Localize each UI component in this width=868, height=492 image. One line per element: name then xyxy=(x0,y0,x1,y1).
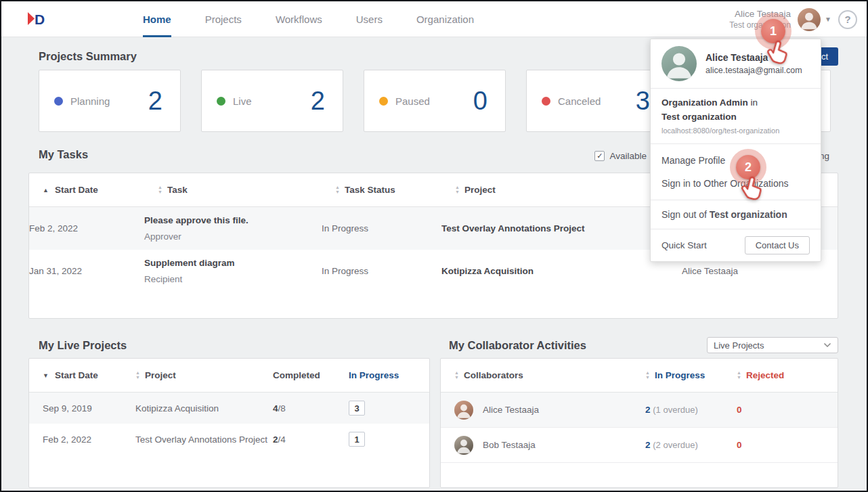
column-completed[interactable]: Completed xyxy=(273,370,349,380)
logo-icon: D xyxy=(26,9,47,28)
projects-filter-select[interactable]: Live Projects xyxy=(707,337,838,353)
nav-organization[interactable]: Organization xyxy=(416,1,474,37)
cell-rejected: 0 xyxy=(737,405,824,415)
summary-card-value: 2 xyxy=(311,87,325,116)
task-title: Please approve this file. xyxy=(144,215,322,225)
in-progress-count-box[interactable]: 1 xyxy=(349,432,365,447)
sort-ascending-icon: ▲ xyxy=(43,187,49,194)
column-label: Rejected xyxy=(746,370,784,380)
collaborator-activities-table: ▲▼ Collaborators ▲▼ In Progress ▲▼ Rejec… xyxy=(440,358,838,488)
column-task-status[interactable]: ▲▼ Task Status xyxy=(335,185,455,195)
svg-text:D: D xyxy=(35,12,45,27)
available-checkbox[interactable]: ✓ xyxy=(594,151,605,161)
planning-status-dot xyxy=(54,97,63,106)
menu-org-url: localhost:8080/org/test-organization xyxy=(661,127,810,135)
bottom-panels: My Live Projects ▼ Start Date ▲▼ Project… xyxy=(28,335,838,488)
contact-us-button[interactable]: Contact Us xyxy=(745,236,810,254)
collaborator-name: Alice Testaaja xyxy=(483,405,539,415)
column-in-progress[interactable]: In Progress xyxy=(349,370,416,380)
canceled-status-dot xyxy=(542,97,550,106)
avatar xyxy=(454,401,473,420)
table-row[interactable]: Alice Testaaja 2 (1 overdue) 0 xyxy=(441,393,838,428)
column-project[interactable]: ▲▼ Project xyxy=(135,370,273,380)
column-label: Task Status xyxy=(345,185,395,195)
sort-icon: ▲▼ xyxy=(158,185,162,194)
filter-available: ✓ Available xyxy=(594,151,647,161)
collaborators-table-header: ▲▼ Collaborators ▲▼ In Progress ▲▼ Rejec… xyxy=(441,359,838,393)
paused-status-dot xyxy=(379,97,388,106)
nav-projects[interactable]: Projects xyxy=(205,1,242,37)
column-in-progress[interactable]: ▲▼ In Progress xyxy=(645,370,737,380)
user-avatar[interactable] xyxy=(798,8,821,31)
projects-summary-title: Projects Summary xyxy=(39,50,137,63)
summary-card-label: Live xyxy=(233,95,252,107)
summary-card-value: 2 xyxy=(148,87,162,116)
person-icon xyxy=(454,401,473,420)
cell-completed: 4/8 xyxy=(273,403,349,413)
column-label: Project xyxy=(464,185,496,195)
sign-out-prefix: Sign out of xyxy=(661,209,710,220)
my-live-projects-title: My Live Projects xyxy=(39,339,127,352)
task-title: Supplement diagram xyxy=(144,258,322,268)
app-page: D Home Projects Workflows Users Organiza… xyxy=(0,0,868,492)
column-label: Collaborators xyxy=(464,370,523,380)
avatar xyxy=(454,436,473,455)
cell-project: Test Overlay Annotations Project xyxy=(441,223,682,233)
cell-in-progress: 2 (1 overdue) xyxy=(645,405,737,415)
menu-footer: Quick Start Contact Us xyxy=(651,229,821,261)
menu-profile-section: Alice Testaaja alice.testaaja@gmail.com xyxy=(651,39,821,89)
chevron-down-icon[interactable]: ▼ xyxy=(825,16,831,23)
collaborator-activities-panel: My Collaborator Activities Live Projects… xyxy=(440,335,838,488)
cell-in-progress: 1 xyxy=(349,432,416,447)
column-label: Start Date xyxy=(55,370,98,380)
cell-project: Test Overlay Annotations Project xyxy=(135,434,273,445)
help-button[interactable]: ? xyxy=(838,10,857,29)
column-label: Start Date xyxy=(55,185,98,195)
summary-card-value: 3 xyxy=(636,87,650,116)
sort-icon: ▲▼ xyxy=(455,185,460,194)
cell-task-status: In Progress xyxy=(322,266,441,276)
table-row[interactable]: Feb 2, 2022 Test Overlay Annotations Pro… xyxy=(29,424,429,455)
sort-icon: ▲▼ xyxy=(737,371,741,380)
menu-user-email: alice.testaaja@gmail.com xyxy=(706,66,802,75)
overdue-note: (2 overdue) xyxy=(653,440,697,450)
in-progress-count: 2 xyxy=(645,405,651,415)
menu-avatar xyxy=(661,46,697,81)
summary-card-canceled[interactable]: Canceled 3 xyxy=(526,70,668,132)
summary-card-paused[interactable]: Paused 0 xyxy=(364,70,506,132)
person-icon xyxy=(661,46,697,81)
app-logo[interactable]: D xyxy=(26,9,47,28)
nav-users[interactable]: Users xyxy=(356,1,383,37)
role-name: Organization Admin xyxy=(661,97,748,108)
sort-icon: ▲▼ xyxy=(454,371,459,380)
column-start-date[interactable]: ▲ Start Date xyxy=(43,185,158,195)
collaborator-name: Bob Testaaja xyxy=(483,440,536,450)
summary-card-value: 0 xyxy=(473,87,487,116)
table-row[interactable]: Bob Testaaja 2 (2 overdue) 0 xyxy=(441,428,838,463)
sort-icon: ▲▼ xyxy=(645,371,650,380)
summary-card-live[interactable]: Live 2 xyxy=(201,70,343,132)
quick-start-link[interactable]: Quick Start xyxy=(661,240,707,250)
column-task[interactable]: ▲▼ Task xyxy=(158,185,335,195)
column-collaborators[interactable]: ▲▼ Collaborators xyxy=(454,370,645,380)
person-icon xyxy=(798,8,821,31)
sign-out-item[interactable]: Sign out of Test organization xyxy=(651,200,821,229)
nav-home[interactable]: Home xyxy=(143,1,171,37)
task-role: Recipient xyxy=(144,274,322,284)
summary-card-planning[interactable]: Planning 2 xyxy=(39,70,181,132)
completed-total: /4 xyxy=(278,434,286,445)
column-rejected[interactable]: ▲▼ Rejected xyxy=(737,370,824,380)
select-value: Live Projects xyxy=(714,340,764,351)
table-row[interactable]: Sep 9, 2019 Kotipizza Acquisition 4/8 3 xyxy=(29,393,429,424)
cell-start-date: Feb 2, 2022 xyxy=(43,434,135,445)
completed-count: 4 xyxy=(273,403,278,413)
topbar-right: Alice Testaaja Test organization ▼ ? xyxy=(729,1,857,37)
role-suffix: in xyxy=(748,97,758,108)
nav-workflows[interactable]: Workflows xyxy=(276,1,322,37)
column-label: In Progress xyxy=(349,370,399,380)
live-projects-table-header: ▼ Start Date ▲▼ Project Completed In Pro… xyxy=(29,359,429,393)
in-progress-count-box[interactable]: 3 xyxy=(349,401,365,416)
rejected-count: 0 xyxy=(737,405,742,415)
column-start-date[interactable]: ▼ Start Date xyxy=(43,370,135,380)
sign-out-org: Test organization xyxy=(710,209,787,220)
